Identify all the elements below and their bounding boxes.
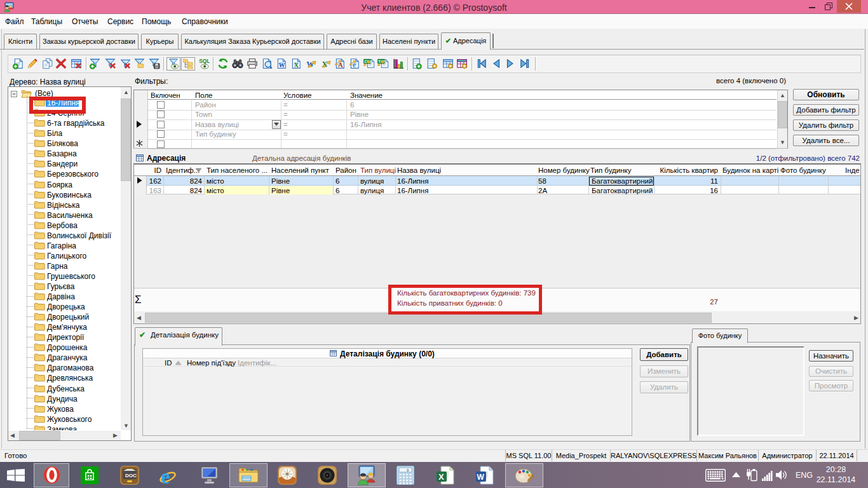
svg-text:DOC: DOC xyxy=(125,473,137,478)
svg-text:X: X xyxy=(294,62,299,69)
svg-text:X: X xyxy=(438,472,444,482)
svg-text:SQL: SQL xyxy=(199,58,210,64)
svg-text:e: e xyxy=(161,466,170,485)
svg-text:W: W xyxy=(477,473,485,482)
svg-text:W: W xyxy=(278,62,285,69)
